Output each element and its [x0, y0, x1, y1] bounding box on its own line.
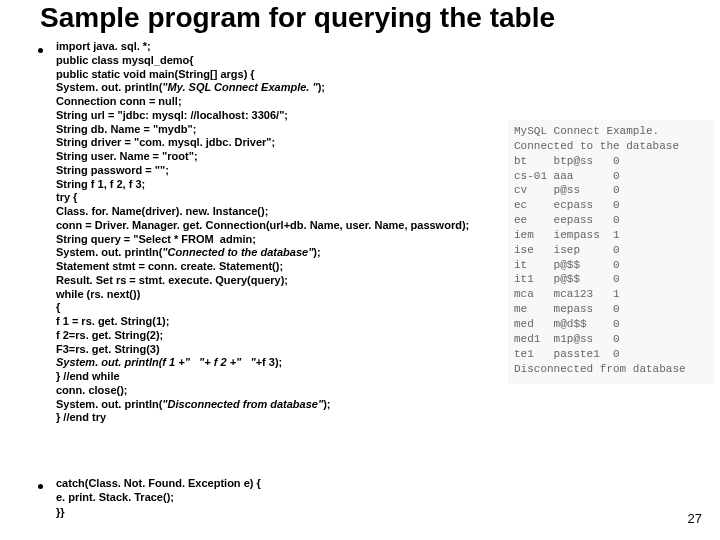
output-row: me mepass 0 [514, 302, 708, 317]
code-line: +f 3); [256, 356, 283, 368]
code-string: "Connected to the database" [162, 246, 313, 258]
code-block-catch: catch(Class. Not. Found. Exception e) { … [56, 476, 261, 519]
code-line: ); [318, 81, 325, 93]
code-line: import java. sql. *; [56, 40, 151, 52]
code-line: ); [313, 246, 320, 258]
code-line: String driver = "com. mysql. jdbc. Drive… [56, 136, 275, 148]
code-line: e. print. Stack. Trace(); [56, 491, 174, 503]
output-row: bt btp@ss 0 [514, 154, 708, 169]
code-line: String url = "jdbc: mysql: //localhost: … [56, 109, 288, 121]
page-number: 27 [688, 511, 702, 526]
code-line: System. out. println( [56, 81, 162, 93]
code-line: } //end while [56, 370, 120, 382]
slide-title: Sample program for querying the table [40, 2, 700, 34]
output-row: cv p@ss 0 [514, 183, 708, 198]
slide: Sample program for querying the table im… [0, 0, 720, 540]
code-line: String db. Name = "mydb"; [56, 123, 196, 135]
output-row: it1 p@$$ 0 [514, 272, 708, 287]
output-row: ec ecpass 0 [514, 198, 708, 213]
output-row: iem iempass 1 [514, 228, 708, 243]
output-row: it p@$$ 0 [514, 258, 708, 273]
output-connected: Connected to the database [514, 139, 708, 154]
code-line: Class. for. Name(driver). new. Instance(… [56, 205, 268, 217]
code-line: try { [56, 191, 77, 203]
bullet-icon [38, 48, 43, 53]
console-output: MySQL Connect Example. Connected to the … [508, 120, 714, 384]
code-line: String query = "Select * FROM admin; [56, 233, 256, 245]
code-line: }} [56, 506, 65, 518]
code-line: ); [323, 398, 330, 410]
bullet-icon [38, 484, 43, 489]
code-line: System. out. println( [56, 246, 162, 258]
output-row: ise isep 0 [514, 243, 708, 258]
code-line: String f 1, f 2, f 3; [56, 178, 145, 190]
code-line: } //end try [56, 411, 106, 423]
output-disconnected: Disconnected from database [514, 362, 708, 377]
code-line: F3=rs. get. String(3) [56, 343, 160, 355]
output-row: med1 m1p@ss 0 [514, 332, 708, 347]
code-string: "My. SQL Connect Example. " [162, 81, 317, 93]
code-line: Statement stmt = conn. create. Statement… [56, 260, 283, 272]
code-line: f 2=rs. get. String(2); [56, 329, 163, 341]
code-line: System. out. println(f 1 +" "+ f 2 +" " [56, 356, 256, 368]
code-line: conn = Driver. Manager. get. Connection(… [56, 219, 469, 231]
code-line: System. out. println( [56, 398, 162, 410]
code-line: public static void main(String[] args) { [56, 68, 255, 80]
code-line: public class mysql_demo{ [56, 54, 194, 66]
output-row: med m@d$$ 0 [514, 317, 708, 332]
code-line: Result. Set rs = stmt. execute. Query(qu… [56, 274, 288, 286]
code-block-main: import java. sql. *; public class mysql_… [56, 40, 469, 425]
code-line: String user. Name = "root"; [56, 150, 198, 162]
code-line: { [56, 301, 60, 313]
code-line: while (rs. next()) [56, 288, 140, 300]
code-line: String password = ""; [56, 164, 169, 176]
output-header: MySQL Connect Example. [514, 124, 708, 139]
code-string: "Disconnected from database" [162, 398, 323, 410]
code-line: conn. close(); [56, 384, 128, 396]
code-line: catch(Class. Not. Found. Exception e) { [56, 477, 261, 489]
output-row: cs-01 aaa 0 [514, 169, 708, 184]
output-row: te1 passte1 0 [514, 347, 708, 362]
code-line: Connection conn = null; [56, 95, 182, 107]
code-line: f 1 = rs. get. String(1); [56, 315, 169, 327]
output-row: mca mca123 1 [514, 287, 708, 302]
output-row: ee eepass 0 [514, 213, 708, 228]
